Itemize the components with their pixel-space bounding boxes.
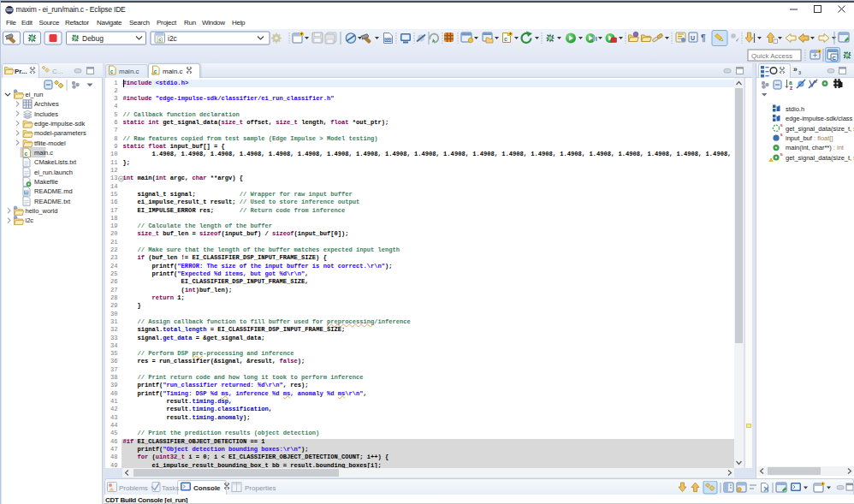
svg-text:c: c	[504, 36, 507, 42]
svg-text:main.c: main.c	[163, 68, 183, 75]
svg-text:Makefile: Makefile	[34, 178, 58, 186]
svg-text:3: 3	[798, 70, 801, 75]
svg-text:s: s	[780, 132, 784, 137]
svg-text:¶: ¶	[701, 33, 706, 43]
svg-text:Console: Console	[193, 484, 221, 492]
svg-text:010: 010	[385, 38, 392, 42]
svg-text:ei_run.launch: ei_run.launch	[34, 169, 73, 176]
svg-text:C: C	[833, 56, 837, 61]
svg-text:Includes: Includes	[34, 110, 58, 118]
svg-text:stdio.h: stdio.h	[786, 105, 804, 113]
svg-text:hello_world: hello_world	[26, 207, 58, 215]
svg-text:README.txt: README.txt	[34, 198, 71, 205]
svg-text:c: c	[25, 151, 28, 157]
svg-text:edge-impulse-sdk: edge-impulse-sdk	[34, 120, 85, 127]
svg-text:Tasks: Tasks	[162, 484, 179, 492]
svg-text:edge-impulse-sdk/class: edge-impulse-sdk/class	[786, 115, 853, 122]
svg-text:get_signal_data(size_t, si: get_signal_data(size_t, si	[786, 154, 854, 162]
svg-text:Problems: Problems	[119, 484, 148, 492]
svg-text:tflite-model: tflite-model	[34, 139, 66, 147]
svg-text:i2c: i2c	[26, 216, 34, 224]
svg-text:Quick Access: Quick Access	[751, 52, 792, 60]
svg-text:C...: C...	[52, 68, 62, 75]
svg-text:s: s	[780, 151, 784, 157]
svg-text:Archives: Archives	[34, 100, 59, 108]
svg-text:Pr...: Pr...	[15, 68, 27, 75]
svg-text:c: c	[158, 37, 161, 42]
svg-text:ei_run: ei_run	[26, 91, 44, 98]
svg-text:»: »	[793, 65, 798, 74]
svg-text:input_buf : float[]: input_buf : float[]	[786, 134, 833, 142]
svg-text:main.c: main.c	[34, 149, 53, 157]
svg-text:Debug: Debug	[82, 34, 104, 43]
svg-text:i2c: i2c	[168, 34, 178, 43]
svg-text:Properties: Properties	[245, 484, 276, 492]
svg-text:README.md: README.md	[34, 187, 73, 195]
svg-text:c: c	[110, 68, 114, 74]
svg-text:U: U	[691, 35, 695, 41]
svg-text:z: z	[790, 85, 793, 91]
svg-text:get_signal_data(size_t, si: get_signal_data(size_t, si	[786, 125, 854, 133]
svg-text:CMakeLists.txt: CMakeLists.txt	[34, 158, 77, 166]
svg-text:main.c: main.c	[119, 68, 139, 75]
svg-text:model-parameters: model-parameters	[34, 129, 86, 137]
svg-text:s: s	[780, 122, 784, 127]
svg-text:main(int, char**) : int: main(int, char**) : int	[786, 144, 845, 151]
